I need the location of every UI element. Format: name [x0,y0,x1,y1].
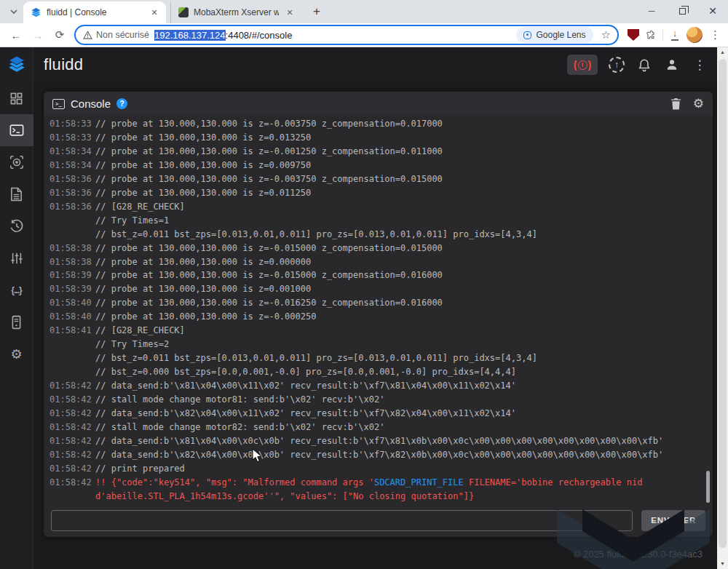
log-timestamp: 01:58:42 [50,462,92,476]
estop-right-paren: ) [588,60,592,70]
security-label: Non sécurisé [96,30,149,40]
notifications-button[interactable] [636,56,653,73]
address-bar[interactable]: Non sécurisé 192.168.137.124:4408/#/cons… [74,25,619,45]
toolbar-divider [662,29,663,41]
tab-title: fluidd | Console [47,7,143,17]
help-icon[interactable]: ? [116,98,127,109]
log-message: // probe at 130.000,130.000 is z=-0.0162… [95,296,710,310]
site-security-info[interactable]: Non sécurisé [83,30,149,40]
log-timestamp: 01:58:36 [50,186,92,200]
log-line: 01:58:38// probe at 130.000,130.000 is z… [50,255,710,269]
user-button[interactable] [663,56,681,73]
updates-button[interactable]: ↑ [608,56,625,73]
warning-icon [83,31,92,39]
sidebar-item-configure[interactable]: {...} [0,274,33,306]
sidebar-item-dashboard[interactable] [0,82,33,114]
log-line: // bst_z=0.011 bst_zps=[0.013,0.01,0.011… [50,228,710,242]
sidebar-item-tune[interactable] [0,242,33,274]
log-line: 01:58:36// probe at 130.000,130.000 is z… [50,172,710,186]
log-line: 01:58:42// data_send:b'\x82\x04\x00\x0c\… [50,448,710,462]
log-message: // probe at 130.000,130.000 is z=0.00975… [95,159,710,172]
log-message: // Try Times=2 [95,338,710,351]
tab-close-icon[interactable]: ✕ [149,7,160,18]
scrollbar-down-icon[interactable]: ▼ [720,560,725,568]
minimize-button[interactable]: ─ [636,0,667,22]
log-timestamp: 01:58:42 [50,421,92,434]
trash-icon[interactable] [670,98,681,110]
tab-search-button[interactable] [4,2,23,21]
sidebar-item-settings[interactable]: ⚙ [0,338,33,370]
log-message: // print prepared [95,462,710,476]
log-line: 01:58:38// probe at 130.000,130.000 is z… [50,242,710,255]
console-settings-gear-icon[interactable]: ⚙ [693,98,704,110]
emergency-stop-button[interactable]: ( ! ) [567,55,598,75]
app-menu-button[interactable]: ⋮ [691,56,708,73]
log-message: !! {"code":"key514", "msg": "Malformed c… [95,476,710,504]
close-button[interactable]: ✕ [697,0,728,22]
console-header-actions: ⚙ [670,98,704,110]
console-scrollbar-thumb[interactable] [706,471,710,503]
console-panel-header: >_ Console ? ⚙ [44,92,713,116]
scrollbar-thumb[interactable] [719,59,727,548]
console-icon [9,124,24,137]
send-button[interactable]: ENVOYER [641,510,705,531]
fluidd-logo[interactable] [0,47,33,82]
sidebar-item-system[interactable] [0,306,33,338]
tab-title: MobaXterm Xserver with SSH, t [194,7,279,17]
back-button[interactable]: ← [6,25,26,45]
forward-button[interactable]: → [28,25,48,45]
log-timestamp [50,351,92,365]
log-timestamp: 01:58:38 [50,242,92,255]
bell-icon [638,58,651,72]
bookmark-star-icon[interactable]: ☆ [598,28,614,41]
ublock-extension-icon[interactable] [628,29,639,41]
downloads-icon[interactable]: ↓ [669,29,681,41]
page-scrollbar[interactable]: ▲ ▼ [717,47,728,569]
google-lens-button[interactable]: Google Lens [516,27,593,43]
app-title: fluidd [44,55,83,74]
tab-strip: fluidd | Console ✕ MobaXterm Xserver wit… [0,0,728,23]
mobaxterm-favicon-icon [178,7,189,17]
main-area: >_ Console ? ⚙ 01:58:33// probe at 130.0… [33,82,717,569]
sidebar-item-history[interactable] [0,210,33,242]
log-timestamp: 01:58:41 [50,324,92,338]
log-message: // data_send:b'\x81\x04\x00\x0c\x0b' rec… [95,434,710,448]
log-line: 01:58:42// data_send:b'\x82\x04\x00\x11\… [50,407,710,421]
log-timestamp [50,214,92,228]
log-timestamp: 01:58:33 [50,117,92,131]
log-timestamp: 01:58:36 [50,200,92,214]
scrollbar-up-icon[interactable]: ▲ [720,49,725,56]
url-text[interactable]: 192.168.137.124:4408/#/console [154,30,512,41]
content-column: fluidd ( ! ) ↑ ⋮ [33,47,717,569]
reload-button[interactable]: ⟳ [50,25,70,45]
version-text: © 2025 fluidd: v1.30.0-f3e4ac3 [574,549,703,560]
log-line: // Try Times=1 [50,214,710,228]
url-rest-text: :4408/#/console [226,30,293,41]
console-log[interactable]: 01:58:33// probe at 130.000,130.000 is z… [44,116,713,504]
log-message: // probe at 130.000,130.000 is z=0.01125… [95,186,710,200]
new-tab-button[interactable]: + [307,2,326,21]
console-command-input[interactable] [51,510,633,531]
profile-avatar[interactable] [687,27,703,43]
log-message: // probe at 130.000,130.000 is z=-0.0037… [95,172,710,186]
tab-close-icon[interactable]: ✕ [284,7,296,18]
restore-button[interactable] [667,0,697,22]
log-line: 01:58:34// probe at 130.000,130.000 is z… [50,145,710,159]
log-timestamp: 01:58:42 [50,379,92,393]
console-input-row: ENVOYER [44,504,713,537]
sidebar-item-console[interactable] [0,114,33,146]
chrome-menu-button[interactable]: ⋮ [708,28,722,41]
url-selected-text: 192.168.137.124 [154,30,226,41]
app-bar: fluidd ( ! ) ↑ ⋮ [33,47,717,82]
settings-gear-icon: ⚙ [10,348,22,361]
log-message: // stall mode change motor82: send:b'\x0… [95,421,710,434]
sidebar-item-gcode-preview[interactable] [0,146,33,178]
tune-icon [10,252,23,265]
log-line: 01:58:40// probe at 130.000,130.000 is z… [50,296,710,310]
tab-mobaxterm[interactable]: MobaXterm Xserver with SSH, t ✕ [170,1,301,23]
log-timestamp: 01:58:42 [50,476,92,504]
tab-fluidd-console[interactable]: fluidd | Console ✕ [23,1,166,23]
sidebar-item-jobs[interactable] [0,178,33,210]
log-timestamp: 01:58:42 [50,393,92,407]
extensions-puzzle-icon[interactable] [645,29,657,41]
